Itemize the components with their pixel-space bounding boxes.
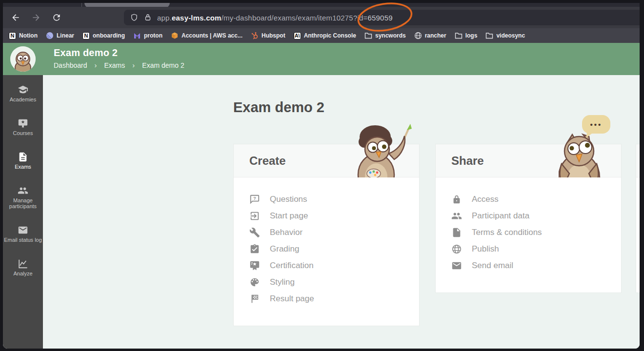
main-content: Exam demo 2 Create ? Questions Start pag xyxy=(43,75,640,349)
browser-window: app.easy-lms.com/my-dashboard/exams/exam… xyxy=(3,3,640,349)
bookmark-notion[interactable]: N Notion xyxy=(9,32,38,39)
owl-logo xyxy=(10,46,36,72)
lock-icon xyxy=(451,194,462,205)
sidebar-item-label: Courses xyxy=(13,130,33,136)
sidebar-item-label: Manage participants xyxy=(6,197,40,209)
sidebar-item-manage-participants[interactable]: Manage participants xyxy=(3,185,43,209)
menu-item-terms-conditions[interactable]: Terms & conditions xyxy=(451,224,621,241)
back-arrow-icon xyxy=(11,13,20,22)
svg-text:?: ? xyxy=(253,196,256,201)
menu-item-label: Questions xyxy=(270,195,307,204)
browser-toolbar: app.easy-lms.com/my-dashboard/exams/exam… xyxy=(3,7,640,28)
menu-item-label: Start page xyxy=(270,211,308,221)
bookmark-linear[interactable]: Linear xyxy=(46,32,74,39)
bookmark-label: Anthropic Console xyxy=(304,32,356,39)
menu-item-access[interactable]: Access xyxy=(451,191,621,208)
sidebar-item-academies[interactable]: Academies xyxy=(3,84,43,102)
bookmark-onboarding[interactable]: N onboarding xyxy=(82,32,125,39)
breadcrumb-dashboard[interactable]: Dashboard xyxy=(54,61,87,69)
screenshot-frame: app.easy-lms.com/my-dashboard/exams/exam… xyxy=(0,0,644,351)
back-button[interactable] xyxy=(10,12,21,23)
bookmark-label: Accounts | AWS acc... xyxy=(181,32,242,39)
hubspot-icon xyxy=(251,32,259,39)
chevron-right-icon: › xyxy=(132,61,135,69)
bookmark-aws-accounts[interactable]: Accounts | AWS acc... xyxy=(171,32,242,39)
enter-page-icon xyxy=(249,211,260,221)
bookmark-label: rancher xyxy=(425,32,446,39)
bookmark-label: logs xyxy=(465,32,478,39)
next-card-sliver xyxy=(636,144,640,293)
url-exam-id: 659059 xyxy=(367,14,392,22)
graduation-cap-icon xyxy=(18,84,28,95)
certificate-badge-icon xyxy=(249,260,260,271)
menu-item-styling[interactable]: Styling xyxy=(249,274,419,291)
sidebar-item-label: Analyze xyxy=(13,271,32,276)
sidebar-item-label: Exams xyxy=(15,164,31,170)
folder-icon xyxy=(485,32,493,39)
bookmark-label: Linear xyxy=(57,32,74,39)
browser-tab[interactable] xyxy=(84,3,170,7)
bookmark-label: syncwords xyxy=(375,32,406,39)
bookmark-videosync[interactable]: videosync xyxy=(485,32,525,39)
bookmark-label: videosync xyxy=(496,32,525,39)
url-prefix: app. xyxy=(157,14,172,22)
menu-item-label: Behavior xyxy=(270,228,302,237)
people-icon xyxy=(451,211,462,221)
people-icon xyxy=(18,185,28,196)
bookmark-label: onboarding xyxy=(93,32,125,39)
bookmark-hubspot[interactable]: Hubspot xyxy=(251,32,285,39)
menu-item-label: Styling xyxy=(270,277,295,287)
menu-item-send-email[interactable]: Send email xyxy=(451,257,621,274)
menu-item-label: Publish xyxy=(472,244,499,254)
menu-item-label: Grading xyxy=(270,244,299,254)
share-card-title: Share xyxy=(451,154,484,168)
wrench-icon xyxy=(249,227,260,238)
certificate-card-icon xyxy=(18,118,28,129)
create-card-title: Create xyxy=(249,154,286,168)
sidebar: Academies Courses Exams Manage participa… xyxy=(3,75,43,349)
menu-item-result-page[interactable]: Result page xyxy=(249,291,419,307)
bookmark-proton[interactable]: proton xyxy=(133,32,162,39)
forward-button[interactable] xyxy=(30,12,42,23)
logo-box[interactable] xyxy=(3,43,43,75)
menu-item-participant-data[interactable]: Participant data xyxy=(451,208,621,224)
menu-item-label: Participant data xyxy=(472,211,529,221)
bookmark-anthropic-console[interactable]: A\ Anthropic Console xyxy=(294,32,356,39)
url-text: app.easy-lms.com/my-dashboard/exams/exam… xyxy=(157,14,393,22)
folder-icon xyxy=(455,32,463,39)
sidebar-item-exams[interactable]: Exams xyxy=(3,152,43,170)
menu-item-questions[interactable]: ? Questions xyxy=(249,191,419,208)
menu-item-label: Result page xyxy=(270,294,314,304)
refresh-button[interactable] xyxy=(51,12,62,23)
menu-item-grading[interactable]: Grading xyxy=(249,241,419,257)
menu-item-certification[interactable]: Certification xyxy=(249,257,419,274)
notion-icon: N xyxy=(82,32,90,39)
breadcrumb: Dashboard › Exams › Exam demo 2 xyxy=(54,61,184,69)
url-bar[interactable]: app.easy-lms.com/my-dashboard/exams/exam… xyxy=(124,10,640,25)
breadcrumb-exams[interactable]: Exams xyxy=(104,61,125,69)
proton-mail-icon xyxy=(133,32,141,39)
menu-item-start-page[interactable]: Start page xyxy=(249,208,419,224)
bookmark-rancher[interactable]: rancher xyxy=(414,32,446,39)
create-card-header: Create xyxy=(234,144,419,177)
lock-icon xyxy=(143,13,152,22)
header-text: Exam demo 2 Dashboard › Exams › Exam dem… xyxy=(43,43,184,75)
header-title: Exam demo 2 xyxy=(54,47,184,58)
folder-icon xyxy=(364,32,372,39)
body-row: Academies Courses Exams Manage participa… xyxy=(3,75,640,349)
menu-item-behavior[interactable]: Behavior xyxy=(249,224,419,241)
bookmark-syncwords[interactable]: syncwords xyxy=(364,32,406,39)
linear-icon xyxy=(46,32,54,39)
file-icon xyxy=(451,227,462,238)
sidebar-item-analyze[interactable]: Analyze xyxy=(3,258,43,276)
sidebar-item-email-status-log[interactable]: Email status log xyxy=(3,225,43,243)
create-card: Create ? Questions Start page xyxy=(233,144,420,326)
page-title: Exam demo 2 xyxy=(233,99,324,116)
bookmark-logs[interactable]: logs xyxy=(455,32,478,39)
menu-item-publish[interactable]: Publish xyxy=(451,241,621,257)
menu-item-label: Terms & conditions xyxy=(472,228,542,237)
notion-icon: N xyxy=(9,32,16,39)
sidebar-item-courses[interactable]: Courses xyxy=(3,118,43,136)
globe-icon xyxy=(451,244,462,254)
mail-icon xyxy=(451,260,462,271)
